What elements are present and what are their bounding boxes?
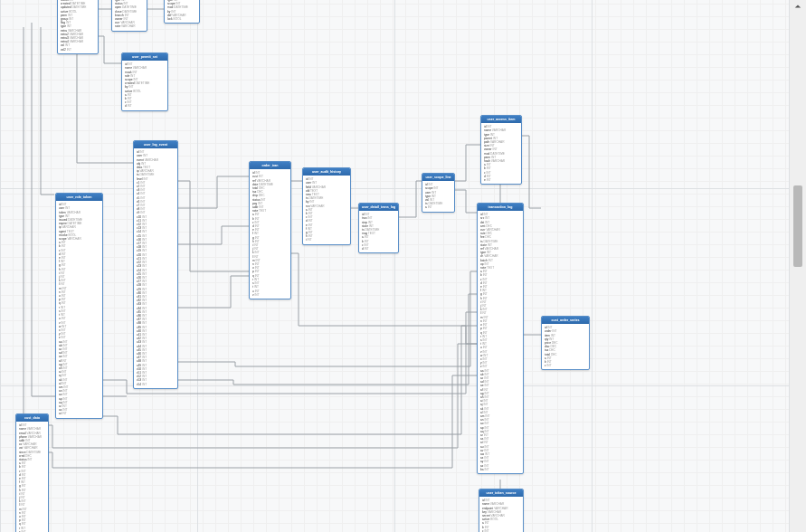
erd-table-body: id INTscope INTuser INTtype INTval INTts… — [422, 181, 454, 211]
erd-column-row: at INT — [59, 412, 100, 415]
erd-table-body: id INTcust INTref VARCHARdate DATETIMEto… — [250, 169, 290, 299]
erd-column-type: VARCHAR — [121, 24, 135, 28]
erd-table-body: id INTsrc INTdst INTamt DECcurr VARCHARr… — [478, 211, 523, 473]
erd-column-type: BOOL — [174, 17, 182, 21]
erd-column-type: INT — [487, 178, 491, 182]
erd-table-body: id INTkey VARCHARval VARCHARgroup VARCHA… — [165, 0, 199, 23]
erd-table[interactable]: cust_order_seriesid INTorder INTitem INT… — [541, 316, 590, 370]
erd-column-type: INT — [27, 458, 32, 461]
erd-table[interactable]: cust_dataid INTname VARCHARemail VARCHAR… — [15, 413, 49, 532]
erd-table-body: id INTorder INTitem INTqty INTprice DECd… — [542, 324, 589, 369]
erd-table[interactable]: user_log_eventid INTuser INTevent VARCHA… — [133, 140, 178, 389]
erd-table-body: id INTuser INTtoken VARCHARtype INTissue… — [56, 201, 102, 417]
erd-table-header[interactable]: cust_data — [16, 414, 48, 422]
erd-table[interactable]: transaction_logid INTsrc INTdst INTamt D… — [477, 203, 524, 474]
erd-column-type: INT — [128, 104, 132, 108]
erd-table[interactable]: user_access_itemid INTname VARCHARtype I… — [480, 115, 522, 185]
erd-column-type: INT — [365, 247, 369, 251]
erd-table-header[interactable]: cust_order_series — [542, 317, 589, 324]
erd-column-type: INT — [142, 383, 147, 386]
erd-column-type: VARCHAR — [145, 158, 158, 162]
erd-table-header[interactable]: user_permit_set — [122, 53, 167, 61]
erd-column-type: TEXT — [487, 266, 494, 270]
erd-column-type: TEXT — [368, 232, 375, 235]
erd-column-type: INT — [308, 238, 312, 242]
erd-table-body: id INTname VARCHARendpoint VARCHARkey VA… — [479, 497, 523, 532]
erd-column-type: VARCHAR — [67, 237, 81, 241]
erd-table-body: id INTuser INTevent VARCHARobj INTdata T… — [134, 148, 177, 388]
erd-table-header[interactable]: transaction_log — [478, 204, 523, 211]
erd-column-row: v INT — [252, 293, 288, 297]
erd-column-type: VARCHAR — [491, 159, 505, 163]
erd-table-body: id INTname VARCHARemail VARCHARphone VAR… — [16, 422, 48, 532]
erd-column-row: a INT — [425, 205, 451, 209]
erd-column-type: TEXT — [259, 209, 266, 213]
erd-column-row: d INT — [362, 247, 395, 251]
erd-table-header[interactable]: user_audit_history — [303, 168, 350, 176]
scroll-up-button[interactable] — [790, 0, 806, 13]
erd-table-body: id INTcode VARCHARname VARCHARdesc VARCH… — [58, 0, 98, 53]
erd-table-body: id INTname VARCHARtype INTparent INTpath… — [481, 123, 521, 184]
erd-table[interactable]: accountid INTuser INTnum VARCHARbalance … — [111, 0, 147, 32]
erd-column-type: BOOL — [133, 90, 141, 93]
erd-column-name: val2 — [61, 48, 67, 52]
erd-column-row: lock BOOL — [167, 17, 196, 21]
erd-table-header[interactable]: user_token_source — [479, 489, 523, 497]
erd-column-type: INT — [62, 412, 67, 415]
chevron-up-icon — [794, 3, 801, 10]
erd-column-type: INT — [67, 48, 71, 52]
erd-column-type: INT — [428, 205, 432, 209]
erd-column-row: ba INT — [480, 468, 520, 471]
vertical-scrollbar-track[interactable] — [790, 0, 806, 532]
erd-column-row: e INT — [484, 178, 518, 182]
erd-column-type: DATETIME — [174, 5, 188, 9]
erd-column-row: i INT — [306, 238, 347, 242]
erd-table[interactable]: user_audit_historyid INTuser INTfield VA… — [302, 167, 351, 245]
erd-column-row: d INT — [125, 104, 165, 108]
erd-table-header[interactable]: user_role_token — [56, 194, 102, 201]
erd-table-body: id INTtran INTstep INTstate INTts DATETI… — [359, 211, 398, 252]
erd-table[interactable]: user_token_sourceid INTname VARCHARendpo… — [479, 489, 524, 532]
erd-column-type: INT — [484, 468, 488, 471]
erd-column-row: note VARCHAR — [115, 24, 144, 28]
erd-column-type: INT — [546, 364, 551, 367]
erd-table-header[interactable]: order_tran — [250, 162, 290, 169]
erd-table-header[interactable]: user_access_item — [481, 116, 521, 123]
erd-canvas[interactable]: user_roleid INTcode VARCHARname VARCHARd… — [0, 0, 790, 532]
erd-column-type: VARCHAR — [70, 40, 83, 43]
erd-table-header[interactable]: user_scope_line — [422, 174, 454, 181]
erd-column-row: val2 INT — [61, 48, 95, 52]
erd-column-row: c54 INT — [137, 383, 175, 386]
erd-table[interactable]: user_scope_lineid INTscope INTuser INTty… — [422, 173, 455, 213]
erd-table[interactable]: user_permit_setid INTname VARCHARmask IN… — [121, 52, 168, 111]
erd-column-type: INT — [254, 293, 259, 297]
erd-column-type: BOOL — [490, 518, 498, 521]
erd-table[interactable]: user_roleid INTcode VARCHARname VARCHARd… — [57, 0, 99, 54]
vertical-scrollbar-thumb[interactable] — [793, 185, 802, 267]
erd-column-type: DATETIME — [136, 81, 150, 85]
relationship-lines — [0, 0, 790, 532]
erd-table[interactable]: user_role_tokenid INTuser INTtoken VARCH… — [55, 193, 103, 419]
erd-table-body: id INTuser INTfield VARCHARold TEXTnew T… — [303, 176, 350, 243]
erd-table[interactable]: settingsid INTkey VARCHARval VARCHARgrou… — [164, 0, 200, 24]
erd-table-header[interactable]: user_log_event — [134, 141, 177, 148]
erd-table-body: id INTname VARCHARmask INTrole INTscope … — [122, 61, 167, 109]
erd-table[interactable]: order_tranid INTcust INTref VARCHARdate … — [249, 161, 291, 299]
erd-table-body: id INTuser INTnum VARCHARbalance DECtype… — [112, 0, 147, 31]
erd-table[interactable]: user_detail_trans_logid INTtran INTstep … — [358, 203, 399, 253]
erd-table-header[interactable]: user_detail_trans_log — [359, 204, 398, 211]
erd-column-row: c INT — [545, 364, 586, 367]
